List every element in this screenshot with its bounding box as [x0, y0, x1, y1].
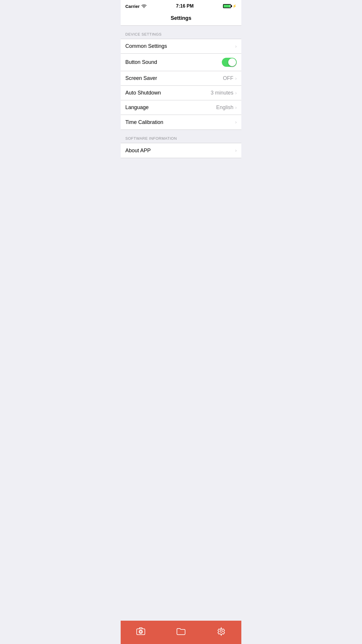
- about-app-right: ›: [235, 148, 237, 153]
- battery-fill: [224, 5, 230, 8]
- device-settings-header: DEVICE SETTINGS: [121, 26, 241, 39]
- language-value: English: [216, 104, 233, 111]
- toggle-knob: [228, 58, 236, 66]
- auto-shutdown-row[interactable]: Auto Shutdown 3 minutes ›: [121, 86, 241, 100]
- battery-icon: [223, 4, 231, 8]
- screen-saver-label: Screen Saver: [125, 75, 157, 81]
- language-right: English ›: [216, 104, 237, 111]
- device-settings-group: Common Settings › Button Sound Screen Sa…: [121, 39, 241, 130]
- nav-bar: Settings: [121, 12, 241, 26]
- bolt-icon: ⚡: [232, 4, 237, 8]
- about-app-label: About APP: [125, 148, 151, 154]
- software-info-group: About APP ›: [121, 143, 241, 158]
- software-info-header: SOFTWARE INFORMATION: [121, 130, 241, 143]
- button-sound-right: [222, 58, 237, 67]
- status-left: Carrier: [125, 4, 147, 9]
- common-settings-right: ›: [235, 44, 237, 49]
- chevron-icon: ›: [235, 90, 237, 96]
- common-settings-label: Common Settings: [125, 43, 167, 49]
- auto-shutdown-value: 3 minutes: [211, 90, 233, 96]
- auto-shutdown-right: 3 minutes ›: [211, 90, 237, 96]
- status-right: ⚡: [223, 4, 237, 8]
- button-sound-label: Button Sound: [125, 59, 157, 65]
- status-bar: Carrier 7:16 PM ⚡: [121, 0, 241, 12]
- common-settings-row[interactable]: Common Settings ›: [121, 39, 241, 54]
- chevron-icon: ›: [235, 120, 237, 125]
- chevron-icon: ›: [235, 148, 237, 153]
- language-row[interactable]: Language English ›: [121, 100, 241, 115]
- page-title: Settings: [171, 15, 191, 21]
- button-sound-row[interactable]: Button Sound: [121, 54, 241, 71]
- status-time: 7:16 PM: [176, 4, 194, 9]
- time-calibration-label: Time Calibration: [125, 119, 163, 125]
- time-calibration-row[interactable]: Time Calibration ›: [121, 115, 241, 130]
- carrier-label: Carrier: [125, 4, 140, 9]
- wifi-icon: [141, 4, 147, 8]
- svg-point-0: [144, 8, 144, 8]
- chevron-icon: ›: [235, 105, 237, 110]
- button-sound-toggle[interactable]: [222, 58, 237, 67]
- screen-saver-right: OFF ›: [223, 75, 237, 81]
- auto-shutdown-label: Auto Shutdown: [125, 90, 161, 96]
- about-app-row[interactable]: About APP ›: [121, 143, 241, 158]
- chevron-icon: ›: [235, 76, 237, 81]
- screen-saver-value: OFF: [223, 75, 233, 81]
- screen-saver-row[interactable]: Screen Saver OFF ›: [121, 71, 241, 86]
- battery-container: [223, 4, 231, 8]
- chevron-icon: ›: [235, 44, 237, 49]
- language-label: Language: [125, 104, 149, 111]
- time-calibration-right: ›: [235, 120, 237, 125]
